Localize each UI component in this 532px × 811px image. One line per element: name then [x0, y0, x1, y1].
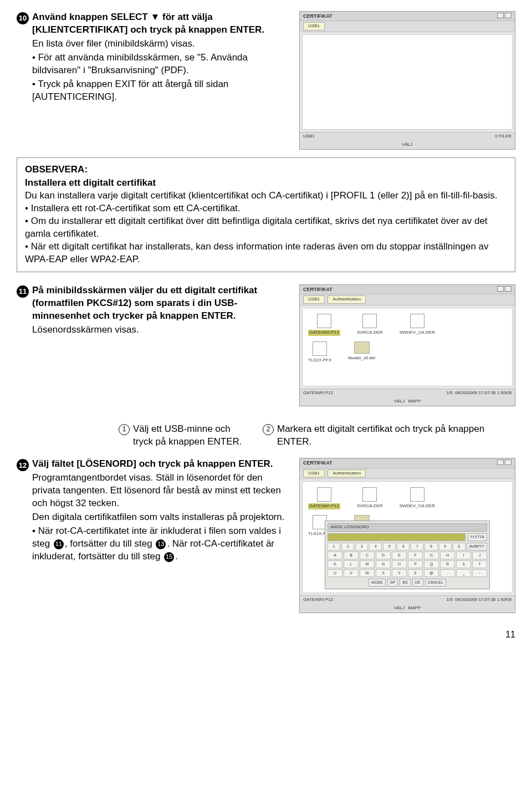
- status-mapp-2: MAPP: [408, 605, 421, 610]
- observera-note: OBSERVERA: Installera ett digitalt certi…: [17, 157, 515, 273]
- kbd-avbryt: AVBRYT: [467, 543, 487, 550]
- step-11-main: På minibildsskärmen väljer du ett digita…: [32, 284, 288, 323]
- kbd-bs: BS: [400, 579, 410, 586]
- step-number-11: 11: [17, 285, 29, 298]
- bar-right: 04/20/2009 17:07:38 1.92KB: [455, 390, 511, 395]
- step-number-10: 10: [17, 12, 29, 24]
- window-title-2: CERTIFIKAT: [303, 286, 332, 293]
- window-title-3: CERTIFIKAT: [303, 460, 332, 466]
- status-left: USB1: [303, 134, 315, 140]
- inline-ref-15: 15: [164, 552, 174, 562]
- bar-left: GATEWAY.P12: [303, 390, 333, 396]
- file-gateway-2: GATEWAY.P12: [308, 487, 340, 509]
- note-subtitle: Installera ett digitalt certifikat: [25, 177, 507, 190]
- kbd-sp: SP: [387, 579, 398, 586]
- step-10-bullet-1: • För att använda minibildsskärmen, se "…: [32, 52, 288, 77]
- step-10-main: Använd knappen SELECT ▼ för att välja [K…: [32, 11, 288, 37]
- screenshot-empty-file-list: CERTIFIKAT USB1 USB1 0 FILER VÄLJ: [299, 11, 515, 150]
- file-tls1x: TLS1X.PFX: [308, 341, 331, 364]
- status-valj-2: VÄLJ: [394, 399, 405, 404]
- page-number: 11: [17, 629, 515, 641]
- step-10-bullet-2: • Tryck på knappen EXIT för att återgå t…: [32, 78, 288, 104]
- step-12: 12 Välj fältet [LÖSENORD] och tryck på k…: [17, 458, 288, 563]
- step-11-sub: Lösenordsskärmen visas.: [32, 324, 288, 336]
- bar-right-2: 04/20/2009 17:07:38 1.92KB: [455, 597, 511, 602]
- usb-tab: USB1: [303, 22, 325, 30]
- bar-mid-2: 1/5: [447, 597, 453, 602]
- caption-2: 2 Markera ett digitalt certifikat och tr…: [263, 423, 515, 448]
- caption-1: 1 Välj ett USB-minne och tryck på knappe…: [119, 423, 246, 448]
- keyboard-title: ANGE LÖSENORD: [328, 523, 487, 532]
- captions-row: 1 Välj ett USB-minne och tryck på knappe…: [17, 423, 515, 448]
- usb-tab-3: USB1: [303, 470, 325, 478]
- step-10: 10 Använd knappen SELECT ▼ för att välja…: [17, 11, 288, 104]
- step-12-main: Välj fältet [LÖSENORD] och tryck på knap…: [32, 458, 288, 471]
- note-b3: • När ett digitalt certifikat har instal…: [25, 241, 507, 266]
- window-title: CERTIFIKAT: [303, 13, 332, 19]
- note-p1: Du kan installera varje digitalt certifi…: [25, 190, 507, 202]
- auth-tab: Authentication: [328, 295, 366, 304]
- kbd-flytta: FLYTTA: [468, 533, 487, 541]
- step-10-sub: En lista över filer (minibildskärm) visa…: [32, 38, 288, 50]
- caption-1-num: 1: [119, 424, 130, 435]
- screenshot-file-list: CERTIFIKAT USB1 Authentication GATEWAY.P…: [299, 284, 515, 406]
- file-swdev: SWDEV_CA.DER: [400, 314, 435, 336]
- caption-1-text: Välj ett USB-minne och tryck på knappen …: [133, 423, 246, 448]
- kbd-mode: MODE: [369, 579, 386, 586]
- file-swdev-2: SWDEV_CA.DER: [400, 487, 435, 509]
- caption-2-text: Markera ett digitalt certifikat och tryc…: [277, 423, 515, 448]
- status-mapp: MAPP: [408, 399, 421, 404]
- note-b1: • Installera ett rot-CA-certifikat som e…: [25, 202, 507, 215]
- file-svrca: SVRCA.DER: [357, 314, 383, 336]
- status-valj-3: VÄLJ: [394, 605, 405, 610]
- bar-left-2: GATEWAY.P12: [303, 597, 333, 603]
- note-title: OBSERVERA:: [25, 164, 507, 176]
- inline-ref-13: 13: [156, 539, 166, 549]
- kbd-ok: OK: [412, 579, 423, 586]
- usb-tab-2: USB1: [303, 295, 325, 304]
- file-svrca-2: SVRCA.DER: [357, 487, 383, 509]
- auth-tab-2: Authentication: [328, 470, 366, 478]
- kbd-cancel: CANCEL: [425, 579, 446, 586]
- status-right: 0 FILER: [495, 134, 511, 140]
- note-b2: • Om du installerar ett digitalt certifi…: [25, 215, 507, 241]
- file-tlsuser: tlsuser_cli.der: [348, 341, 375, 364]
- onscreen-keyboard: ANGE LÖSENORD FLYTTA 1234567890AVBRYT AB…: [325, 521, 490, 589]
- bar-mid: 1/5: [447, 390, 453, 395]
- screenshot-keyboard: CERTIFIKAT USB1 Authentication GATEWAY.P…: [299, 458, 515, 613]
- step-11: 11 På minibildsskärmen väljer du ett dig…: [17, 284, 288, 336]
- step-number-12: 12: [17, 459, 29, 471]
- inline-ref-11: 11: [54, 539, 64, 549]
- step-12-p2: Den digitala certifikatfilen som valts i…: [32, 511, 288, 524]
- caption-2-num: 2: [263, 424, 274, 435]
- file-gateway: GATEWAY.P12: [308, 314, 340, 336]
- status-valj: VÄLJ: [300, 141, 515, 149]
- step-12-goto: • När rot-CA-certifikatet inte är inklud…: [32, 525, 288, 563]
- step-12-p1: Programtangentbordet visas. Ställ in lös…: [32, 472, 288, 510]
